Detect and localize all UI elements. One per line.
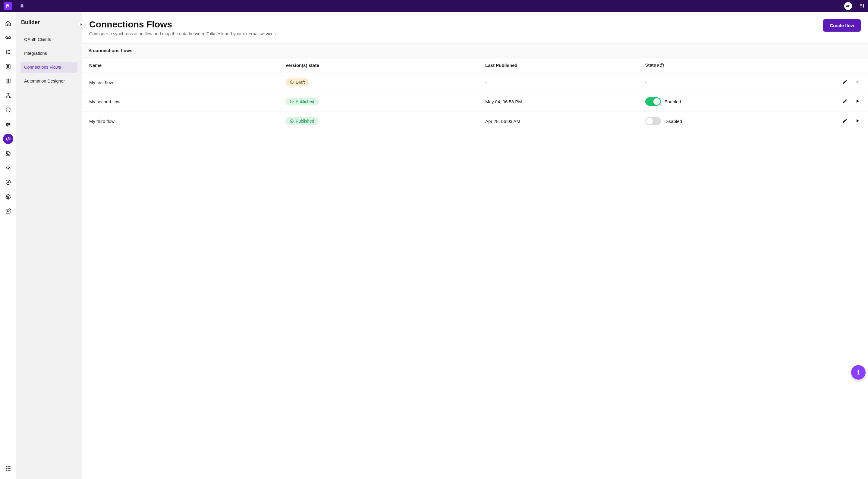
svg-rect-30 [9,468,10,469]
run-button[interactable] [855,118,860,124]
edit-button[interactable] [842,79,847,86]
flow-status: Enabled [642,92,788,111]
svg-point-17 [6,97,7,98]
rail-edit[interactable] [3,206,13,216]
svg-marker-23 [7,182,9,183]
svg-point-16 [7,93,8,94]
sidebar-item-connections-flows[interactable]: Connections Flows [21,62,78,73]
app-logo[interactable] [4,2,12,10]
flow-actions [788,73,868,92]
column-published: Last Published [482,58,641,73]
flow-state: Draft [282,73,482,92]
column-status-label: Status [645,62,659,67]
panel-toggle-icon[interactable] [856,3,864,9]
flow-status: - [642,73,788,92]
flow-name: My third flow [82,111,282,131]
flow-published: May 04, 06:58 PM [482,92,641,111]
rail-queue[interactable] [3,47,13,57]
svg-point-22 [6,180,10,185]
column-name: Name [82,58,282,73]
edit-button[interactable] [842,118,847,124]
status-toggle[interactable] [645,117,661,125]
page-subtitle: Configure a synchronization flow and map… [89,31,276,36]
svg-point-9 [6,53,7,54]
svg-rect-28 [6,468,7,469]
logo-icon [5,4,10,8]
svg-point-24 [7,196,9,198]
table-row: My second flow Published May 04, 06:58 P… [82,92,868,111]
edit-button[interactable] [842,98,847,105]
rail-gear[interactable] [3,192,13,202]
flow-actions [788,111,868,131]
main-area: Builder OAuth Clients Integrations Conne… [0,12,868,479]
svg-rect-32 [7,470,8,471]
rail-shield[interactable] [3,105,13,115]
rail-apps[interactable] [3,463,13,474]
table-row: My first flow Draft - - [82,73,868,92]
column-status: Status [642,58,788,73]
rail-voicemail[interactable] [3,33,13,43]
rail-separator [3,222,13,222]
topbar-left [4,2,25,10]
svg-point-18 [9,97,10,98]
table-row: My third flow Published Apr 28, 06:03 AM… [82,111,868,131]
flow-state: Published [282,111,482,131]
sidebar-item-automation-designer[interactable]: Automation Designer [21,75,78,87]
sidebar-item-oauth[interactable]: OAuth Clients [21,34,78,45]
avatar[interactable]: AC [844,2,852,10]
svg-rect-33 [9,470,10,471]
rail-book[interactable] [3,76,13,86]
flow-published: - [482,73,641,92]
column-state: Version(s) state [282,58,482,73]
svg-rect-29 [7,468,8,469]
rail-compass[interactable] [3,177,13,187]
create-flow-button[interactable]: Create flow [823,19,861,32]
svg-rect-25 [6,466,7,467]
notification-fab[interactable]: 1 [851,365,866,380]
rail-gauge[interactable] [3,163,13,173]
rail-home[interactable] [3,18,13,28]
state-badge-draft: Draft [285,78,309,86]
topbar-right: AC [844,2,864,10]
page-heading-group: Connections Flows Configure a synchroniz… [89,19,276,36]
state-badge-label: Draft [296,80,305,85]
svg-line-19 [7,137,8,141]
status-toggle[interactable] [645,97,661,106]
flow-name: My first flow [82,73,282,92]
column-actions [788,58,868,73]
info-icon [290,80,294,84]
flow-actions [788,92,868,111]
run-button [855,79,860,86]
svg-point-8 [6,52,7,53]
status-label: Enabled [664,99,681,104]
check-circle-icon [290,99,294,104]
flows-table: Name Version(s) state Last Published Sta… [82,58,868,131]
flow-status: Disabled [642,111,788,131]
rail-contacts[interactable] [3,61,13,72]
content: Connections Flows Configure a synchroniz… [82,12,868,479]
svg-rect-31 [6,470,7,471]
svg-point-14 [7,65,9,67]
chevron-left-icon [80,23,84,26]
content-header: Connections Flows Configure a synchroniz… [82,12,868,43]
sidebar-title: Builder [21,19,78,26]
run-button[interactable] [855,98,860,105]
svg-point-4 [5,37,7,39]
topbar: AC [0,0,868,12]
flow-published: Apr 28, 06:03 AM [482,111,641,131]
page-title: Connections Flows [89,19,276,30]
notifications-icon[interactable] [19,3,25,9]
svg-point-21 [7,168,8,169]
flow-state: Published [282,92,482,111]
sidebar-item-integrations[interactable]: Integrations [21,48,78,59]
sidebar-collapse-button[interactable] [78,21,86,28]
rail-fingerprint[interactable] [3,119,13,130]
flow-name: My second flow [82,92,282,111]
rail-route[interactable] [3,90,13,101]
state-badge-published: Published [285,98,318,105]
state-badge-published: Published [285,117,318,125]
rail-code[interactable] [3,134,13,144]
help-icon[interactable] [659,63,664,68]
rail-puzzle[interactable] [3,148,13,158]
icon-rail [0,12,16,479]
